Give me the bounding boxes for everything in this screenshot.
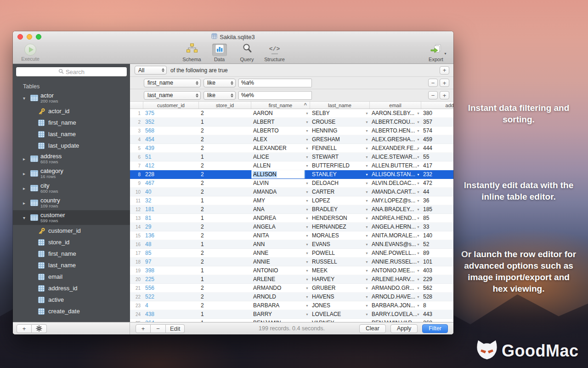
cell-first_name[interactable]: ALICE▼	[251, 153, 310, 161]
search-input[interactable]: Search	[16, 67, 127, 77]
cell-first_name[interactable]: ARNOLD▼	[251, 293, 310, 301]
cell-customer_id[interactable]: 352	[143, 118, 199, 126]
table-row[interactable]: 44542ALEX▼GRESHAM▼ALEX.GRESHA...▼459	[130, 135, 453, 144]
cell-email[interactable]: AMANDA.CART...▼	[370, 188, 421, 196]
cell-dropdown-icon[interactable]: ▼	[417, 190, 420, 194]
sidebar-column-first_name[interactable]: first_name	[13, 117, 130, 128]
cell-last_name[interactable]: GRESHAM▼	[310, 135, 370, 144]
cell-last_name[interactable]: FENNELL▼	[310, 144, 370, 152]
cell-dropdown-icon[interactable]: ▼	[365, 243, 368, 246]
cell-email[interactable]: ALLEN.BUTTER...▼	[370, 161, 421, 170]
cell-dropdown-icon[interactable]: ▼	[365, 147, 368, 150]
cell-first_name[interactable]: ALBERT▼	[251, 118, 310, 126]
inline-cell-editor[interactable]: ALLISON	[251, 170, 305, 178]
apply-button[interactable]: Apply	[390, 324, 418, 333]
cell-address_id[interactable]: 232	[421, 170, 453, 178]
cell-email[interactable]: BARRY.LOVELA...▼	[370, 310, 421, 318]
cell-last_name[interactable]: HARVEY▼	[310, 275, 370, 283]
cell-store_id[interactable]: 2	[199, 126, 251, 135]
cell-store_id[interactable]: 2	[199, 109, 251, 117]
cell-store_id[interactable]: 1	[199, 196, 251, 205]
sidebar-table-country[interactable]: ▸country109 rows	[13, 196, 130, 210]
cell-first_name[interactable]: ALVIN▼	[251, 179, 310, 187]
cell-address_id[interactable]: 229	[421, 275, 453, 283]
cell-dropdown-icon[interactable]: ▼	[305, 138, 309, 141]
cell-customer_id[interactable]: 225	[143, 275, 199, 283]
cell-dropdown-icon[interactable]: ▼	[305, 304, 309, 307]
cell-last_name[interactable]: SELBY▼	[310, 109, 370, 117]
column-header-customer_id[interactable]: customer_id	[143, 102, 199, 109]
cell-dropdown-icon[interactable]: ▼	[305, 234, 309, 237]
cell-dropdown-icon[interactable]: ▼	[365, 190, 368, 194]
sidebar-column-actor_id[interactable]: actor_id	[13, 105, 130, 117]
cell-dropdown-icon[interactable]: ▼	[417, 217, 420, 220]
cell-dropdown-icon[interactable]: ▼	[305, 155, 309, 159]
cell-address_id[interactable]: 8	[421, 301, 453, 310]
cell-store_id[interactable]: 2	[199, 249, 251, 257]
cell-email[interactable]: AMY.LOPEZ@s...▼	[370, 196, 421, 205]
cell-email[interactable]: BARBARA.JON...▼	[370, 301, 421, 310]
sidebar-table-address[interactable]: ▸address603 rows	[13, 151, 130, 166]
cell-dropdown-icon[interactable]: ▼	[365, 322, 368, 322]
tab-schema[interactable]: Schema	[181, 44, 204, 62]
cell-store_id[interactable]: 1	[199, 310, 251, 318]
cell-dropdown-icon[interactable]: ▼	[417, 225, 420, 229]
cell-last_name[interactable]: GRUBER▼	[310, 284, 370, 292]
rule-operator-select[interactable]: like	[204, 91, 236, 100]
cell-dropdown-icon[interactable]: ▼	[417, 243, 420, 246]
sidebar-column-store_id[interactable]: store_id	[13, 236, 130, 248]
cell-dropdown-icon[interactable]: ▼	[305, 225, 309, 229]
table-row[interactable]: 17852ANNE▼POWELL▼ANNE.POWELL...▼89	[130, 249, 453, 258]
cell-address_id[interactable]: 417	[421, 161, 453, 170]
cell-dropdown-icon[interactable]: ▼	[417, 304, 420, 307]
cell-dropdown-icon[interactable]: ▼	[305, 164, 309, 167]
cell-dropdown-icon[interactable]: ▼	[365, 112, 368, 115]
cell-dropdown-icon[interactable]: ▼	[305, 208, 309, 211]
cell-address_id[interactable]: 36	[421, 196, 453, 205]
cell-dropdown-icon[interactable]: ▼	[417, 173, 420, 176]
table-row[interactable]: 151362ANITA▼MORALES▼ANITA.MORALE...▼140	[130, 231, 453, 240]
table-row[interactable]: 244381BARRY▼LOVELACE▼BARRY.LOVELA...▼443	[130, 310, 453, 319]
cell-first_name[interactable]: AMANDA▼	[251, 188, 310, 196]
cell-dropdown-icon[interactable]: ▼	[305, 287, 309, 290]
cell-address_id[interactable]: 443	[421, 310, 453, 318]
cell-first_name[interactable]: AMY▼	[251, 196, 310, 205]
cell-dropdown-icon[interactable]: ▼	[305, 129, 309, 132]
cell-email[interactable]: ALICE.STEWAR...▼	[370, 153, 421, 161]
cell-store_id[interactable]: 1	[199, 153, 251, 161]
cell-dropdown-icon[interactable]: ▼	[417, 129, 420, 132]
zoom-window-button[interactable]	[36, 34, 41, 40]
cell-email[interactable]: ANA.BRADLEY...▼	[370, 205, 421, 213]
cell-first_name[interactable]: ANA▼	[251, 205, 310, 213]
cell-dropdown-icon[interactable]: ▼	[365, 295, 368, 299]
cell-last_name[interactable]: LOPEZ▼	[310, 196, 370, 205]
cell-customer_id[interactable]: 438	[143, 310, 199, 318]
cell-address_id[interactable]: 444	[421, 144, 453, 152]
cell-store_id[interactable]: 1	[199, 319, 251, 322]
table-row[interactable]: 82282ALLISONSTANLEY▼ALLISON.STAN...▼232	[130, 170, 453, 179]
cell-dropdown-icon[interactable]: ▼	[365, 121, 368, 124]
cell-email[interactable]: ALVIN.DELOAC...▼	[370, 179, 421, 187]
sidebar-column-last_name[interactable]: last_name	[13, 128, 130, 140]
cell-last_name[interactable]: HERNANDEZ▼	[310, 223, 370, 231]
cell-dropdown-icon[interactable]: ▼	[305, 252, 309, 255]
cell-customer_id[interactable]: 4	[143, 301, 199, 310]
cell-dropdown-icon[interactable]: ▼	[305, 313, 309, 316]
cell-customer_id[interactable]: 375	[143, 109, 199, 117]
sidebar-table-actor[interactable]: ▾actor200 rows	[13, 91, 130, 105]
disclosure-collapsed-icon[interactable]: ▸	[23, 201, 30, 206]
cell-first_name[interactable]: ANN▼	[251, 240, 310, 248]
table-row[interactable]: 35682ALBERTO▼HENNING▼ALBERTO.HEN...▼574	[130, 126, 453, 135]
cell-address_id[interactable]: 89	[421, 249, 453, 257]
rule-operator-select[interactable]: like	[204, 79, 236, 87]
cell-store_id[interactable]: 2	[199, 231, 251, 240]
cell-store_id[interactable]: 2	[199, 223, 251, 231]
cell-dropdown-icon[interactable]: ▼	[305, 295, 309, 299]
cell-email[interactable]: ANITA.MORALE...▼	[370, 231, 421, 240]
cell-last_name[interactable]: HENDERSON▼	[310, 214, 370, 222]
cell-dropdown-icon[interactable]: ▼	[365, 225, 368, 229]
cell-dropdown-icon[interactable]: ▼	[417, 234, 420, 237]
cell-dropdown-icon[interactable]: ▼	[305, 278, 309, 281]
cell-dropdown-icon[interactable]: ▼	[365, 252, 368, 255]
cell-customer_id[interactable]: 522	[143, 293, 199, 301]
